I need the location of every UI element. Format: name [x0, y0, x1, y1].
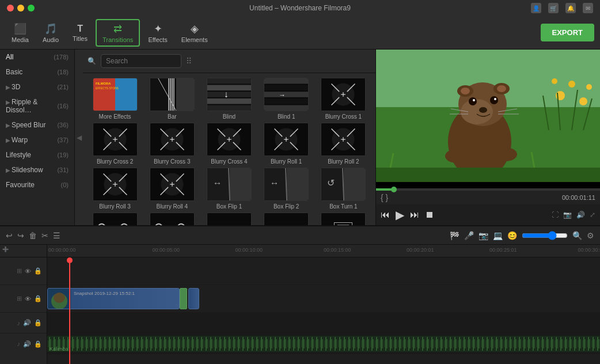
transition-item-r4[interactable]: ← → [259, 213, 314, 225]
emoji-icon[interactable]: 😊 [507, 231, 517, 240]
transitions-icon: ⇄ [113, 22, 122, 35]
track2-lock-icon[interactable]: 🔒 [34, 295, 42, 302]
track4-lock-icon[interactable]: 🔒 [34, 340, 42, 348]
toolbar-transitions[interactable]: ⇄ Transitions [96, 19, 140, 47]
traffic-lights [7, 5, 35, 12]
transition-item-bar[interactable]: Bar [145, 78, 199, 120]
account-icon[interactable]: 👤 [531, 3, 541, 13]
track1-eye-icon[interactable]: 👁 [25, 268, 31, 275]
transition-item-r5[interactable] [316, 213, 371, 225]
sidebar-item-3d[interactable]: ▶3D (21) [0, 79, 74, 94]
sidebar-item-all[interactable]: All (178) [0, 50, 74, 65]
toolbar-media[interactable]: ⬛ Media [6, 20, 35, 46]
track-video-2[interactable]: Snapshot 2019-12-29 15:52:1 [47, 285, 600, 313]
transition-item-blurry-cross2[interactable]: Blurry Cross 2 [88, 123, 142, 165]
titlebar-icons: 👤 🛒 🔔 ✉ [531, 3, 593, 13]
undo-icon[interactable]: ↩ [6, 231, 13, 240]
transition-thumb-blurry-roll2 [321, 123, 366, 156]
sidebar-collapse[interactable]: ◀ [75, 50, 83, 225]
volume-icon[interactable]: 🔊 [576, 211, 585, 219]
transition-item-box-flip1[interactable]: ↔Box Flip 1 [202, 168, 256, 210]
cart-icon[interactable]: 🛒 [548, 3, 559, 13]
transition-item-blurry-cross4[interactable]: Blurry Cross 4 [202, 123, 256, 165]
transition-item-box-turn1[interactable]: ↺Box Turn 1 [316, 168, 371, 210]
transition-item-r3[interactable]: ← → [202, 213, 256, 225]
transition-item-more-effects[interactable]: FILMORAEFFECTS STOREMore Effects [88, 78, 142, 120]
playhead[interactable] [69, 257, 70, 364]
transition-on-track[interactable] [180, 288, 187, 310]
transition-item-r2[interactable] [145, 213, 199, 225]
rewind-button[interactable]: ⏮ [381, 210, 390, 220]
transition-thumb-blurry-roll4 [150, 168, 195, 201]
svg-point-144 [494, 147, 517, 161]
toolbar-elements[interactable]: ◈ Elements [176, 20, 214, 46]
transition-item-box-flip2[interactable]: ↔Box Flip 2 [259, 168, 314, 210]
minimize-button[interactable] [17, 5, 24, 12]
fullscreen-icon[interactable]: ⛶ [552, 211, 559, 219]
marker-icon[interactable]: 🏁 [450, 231, 460, 240]
ruler-mark-4: 00:00:20:01 [407, 247, 434, 253]
mic-icon[interactable]: 🎤 [464, 231, 474, 240]
expand-icon[interactable]: ⤢ [590, 211, 595, 219]
transition-item-blurry-roll1[interactable]: Blurry Roll 1 [259, 123, 314, 165]
sidebar-item-basic[interactable]: Basic (18) [0, 65, 74, 79]
track3-vol-icon[interactable]: 🔊 [23, 319, 31, 327]
transition-item-blurry-cross3[interactable]: Blurry Cross 3 [145, 123, 199, 165]
sidebar-item-favourite[interactable]: Favourite (0) [0, 177, 74, 192]
track3-lock-icon[interactable]: 🔒 [34, 319, 42, 327]
forward-button[interactable]: ⏭ [410, 210, 419, 220]
toolbar-effects[interactable]: ✦ Effects [142, 20, 173, 46]
snapshot-icon[interactable]: 📷 [563, 211, 572, 219]
transition-item-blurry-roll4[interactable]: Blurry Roll 4 [145, 168, 199, 210]
stop-button[interactable]: ⏹ [425, 210, 434, 220]
list-icon[interactable]: ☰ [53, 231, 60, 240]
preview-progress-bar[interactable] [376, 188, 600, 191]
track4-music-icon[interactable]: ♪ [17, 340, 21, 347]
track2-grid-icon[interactable]: ⊞ [17, 295, 22, 302]
track4-vol-icon[interactable]: 🔊 [23, 340, 31, 348]
zoom-slider[interactable] [522, 231, 568, 240]
toolbar-titles[interactable]: T Titles [67, 21, 93, 44]
track3-music-icon[interactable]: ♪ [17, 320, 21, 327]
close-button[interactable] [7, 5, 14, 12]
track1-lock-icon[interactable]: 🔒 [34, 267, 42, 275]
svg-point-134 [469, 97, 477, 105]
svg-point-136 [473, 99, 475, 101]
toolbar-audio[interactable]: 🎵 Audio [37, 20, 64, 46]
notification-icon[interactable]: 🔔 [565, 3, 576, 13]
search-input[interactable] [101, 54, 181, 68]
sidebar-item-warp[interactable]: ▶Warp (37) [0, 132, 74, 147]
transition-item-blind1[interactable]: →Blind 1 [259, 78, 314, 120]
screen-icon[interactable]: 💻 [493, 231, 503, 240]
redo-icon[interactable]: ↪ [17, 231, 24, 240]
transition-item-r1[interactable] [88, 213, 142, 225]
transition-label-blurry-roll3: Blurry Roll 3 [99, 203, 130, 210]
delete-icon[interactable]: 🗑 [29, 231, 37, 240]
zoom-icon[interactable]: 🔍 [572, 231, 582, 240]
settings-icon[interactable]: ⚙ [587, 231, 594, 240]
play-button[interactable]: ▶ [396, 208, 404, 222]
titlebar: Untitled – Wondershare Filmora9 👤 🛒 🔔 ✉ [0, 0, 600, 16]
camera-icon[interactable]: 📷 [479, 231, 488, 240]
transition-item-blurry-roll3[interactable]: Blurry Roll 3 [88, 168, 142, 210]
track1-grid-icon[interactable]: ⊞ [17, 267, 22, 275]
add-track-icon[interactable]: ➕ [0, 244, 11, 255]
sidebar-item-ripple[interactable]: ▶Ripple & Dissol… (16) [0, 94, 74, 117]
maximize-button[interactable] [28, 5, 35, 12]
video-clip-main[interactable]: Snapshot 2019-12-29 15:52:1 [47, 288, 180, 310]
sidebar-item-slideshow[interactable]: ▶Slideshow (31) [0, 162, 74, 177]
grid-view-icon[interactable]: ⠿ [186, 56, 192, 66]
export-button[interactable]: EXPORT [541, 24, 594, 41]
video-clip-short[interactable] [188, 288, 199, 310]
svg-text:↔: ↔ [270, 178, 279, 188]
sidebar-item-speedblur[interactable]: ▶Speed Blur (36) [0, 117, 74, 132]
transition-thumb-blurry-roll3 [93, 168, 138, 201]
transition-thumb-bar [150, 78, 195, 111]
sidebar-item-lifestyle[interactable]: Lifestyle (19) [0, 147, 74, 162]
transition-item-blind[interactable]: ↓Blind [202, 78, 256, 120]
transition-item-blurry-cross1[interactable]: Blurry Cross 1 [316, 78, 371, 120]
message-icon[interactable]: ✉ [583, 3, 593, 13]
track2-eye-icon[interactable]: 👁 [25, 295, 31, 302]
cut-icon[interactable]: ✂ [41, 231, 48, 240]
transition-item-blurry-roll2[interactable]: Blurry Roll 2 [316, 123, 371, 165]
